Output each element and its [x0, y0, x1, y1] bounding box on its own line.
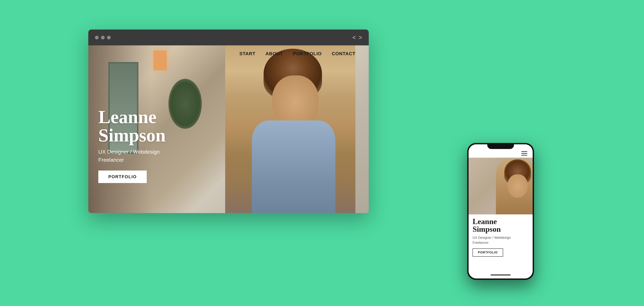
menu-line-1 [521, 151, 527, 152]
phone-name-line1: Leanne [472, 217, 497, 226]
browser-dots [95, 36, 111, 39]
browser-dot-red[interactable] [95, 36, 99, 39]
browser-dot-yellow[interactable] [101, 36, 105, 39]
phone-hero-text-block: Leanne Simpson UX Designer / Webdesign F… [468, 214, 533, 260]
person-shirt [252, 120, 335, 213]
menu-line-3 [521, 155, 527, 156]
plant-blob [168, 79, 202, 129]
browser-dot-green[interactable] [107, 36, 111, 39]
hero-text-block: Leanne Simpson UX Designer / Webdesign F… [98, 108, 166, 183]
phone-subtitle-line2: Freelancer [472, 241, 488, 245]
hero-name-line2: Simpson [98, 125, 166, 145]
hero-subtitle-line2: Freelancer [98, 157, 124, 163]
browser-window: < > START ABOUT [88, 29, 369, 213]
browser-nav-arrows: < > [352, 34, 362, 41]
nav-item-portfolio[interactable]: PORTFOLIO [293, 51, 322, 56]
back-arrow-icon[interactable]: < [352, 34, 356, 41]
phone-screen: Leanne Simpson UX Designer / Webdesign F… [468, 144, 533, 279]
hero-subtitle: UX Designer / Webdesign Freelancer [98, 148, 166, 164]
forward-arrow-icon[interactable]: > [358, 34, 362, 41]
hero-person [225, 45, 356, 213]
hero-subtitle-line1: UX Designer / Webdesign [98, 149, 160, 155]
hero-nav: START ABOUT PORTFOLIO CONTACT [88, 45, 369, 62]
hamburger-menu-icon[interactable] [521, 151, 527, 156]
scene: < > START ABOUT [80, 19, 564, 287]
browser-content: START ABOUT PORTFOLIO CONTACT Leanne Sim… [88, 45, 369, 213]
nav-item-start[interactable]: START [239, 51, 256, 56]
nav-item-contact[interactable]: CONTACT [332, 51, 356, 56]
phone-notch [487, 143, 514, 149]
nav-item-about[interactable]: ABOUT [266, 51, 283, 56]
phone-portfolio-button[interactable]: PORTFOLIO [472, 249, 503, 257]
browser-chrome: < > [88, 29, 369, 45]
phone-hero-subtitle: UX Designer / Webdesign Freelancer [472, 235, 529, 245]
hero-name-line1: Leanne [98, 107, 156, 127]
hero-name: Leanne Simpson [98, 108, 166, 144]
phone-person [496, 159, 533, 214]
phone-hero-name: Leanne Simpson [472, 218, 529, 233]
phone-device: Leanne Simpson UX Designer / Webdesign F… [467, 143, 534, 280]
phone-person-face [508, 174, 528, 198]
phone-hero-image [468, 158, 533, 214]
menu-line-2 [521, 153, 527, 154]
phone-name-line2: Simpson [472, 225, 501, 233]
phone-home-indicator [490, 275, 511, 276]
hero-portfolio-button[interactable]: PORTFOLIO [98, 171, 147, 183]
phone-subtitle-line1: UX Designer / Webdesign [472, 236, 511, 239]
